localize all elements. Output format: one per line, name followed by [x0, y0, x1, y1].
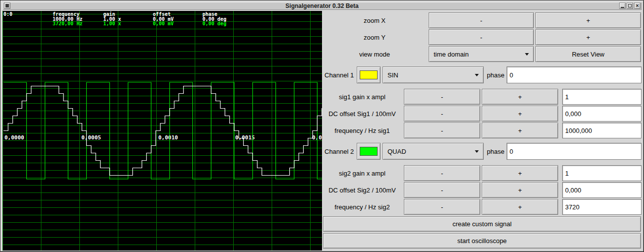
- svg-text:0,0000: 0,0000: [4, 134, 24, 141]
- sig2-gain-minus-button[interactable]: -: [404, 165, 480, 181]
- cursor-position: 0:0: [3, 12, 12, 17]
- zoom-x-label: zoom X: [322, 12, 427, 28]
- control-panel: zoom X - + zoom Y - + view mode time dom…: [322, 11, 643, 251]
- sig1-offset-label: DC offset Sig1 / 100mV: [322, 106, 402, 122]
- chevron-down-icon: [475, 74, 479, 76]
- sig2-offset-input[interactable]: [562, 182, 642, 198]
- svg-text:0,0015: 0,0015: [235, 134, 255, 141]
- zoom-y-minus-button[interactable]: -: [429, 29, 534, 45]
- start-oscilloscope-button[interactable]: start oscilloscope: [323, 233, 641, 249]
- zoom-y-plus-button[interactable]: +: [535, 29, 641, 45]
- app-window: Signalgenerator 0.32 Beta × 0,00000,0005…: [0, 0, 644, 252]
- zoom-y-label: zoom Y: [322, 29, 427, 45]
- view-mode-label: view mode: [322, 46, 427, 62]
- sig1-frequency-row: frequency / Hz sig1 - +: [322, 123, 643, 138]
- sig1-gain-plus-button[interactable]: +: [482, 89, 558, 105]
- sig2-frequency-plus-button[interactable]: +: [482, 199, 558, 215]
- sig1-frequency-input[interactable]: [562, 123, 642, 138]
- sig1-gain-minus-button[interactable]: -: [404, 89, 480, 105]
- maximize-icon: [628, 4, 632, 7]
- view-mode-row: view mode time domain Reset View: [322, 46, 643, 62]
- channel1-row: Channel 1 SIN phase: [322, 66, 643, 83]
- svg-text:0,0010: 0,0010: [158, 134, 178, 141]
- sig2-gain-row: sig2 gain x ampl - +: [322, 165, 643, 181]
- channel1-waveform-value: SIN: [387, 71, 398, 79]
- sig2-offset-minus-button[interactable]: -: [404, 182, 480, 198]
- zoom-x-minus-button[interactable]: -: [429, 12, 534, 28]
- sig1-offset-minus-button[interactable]: -: [404, 106, 480, 122]
- channel1-color-swatch[interactable]: [357, 66, 381, 83]
- zoom-y-row: zoom Y - +: [322, 29, 643, 45]
- sig1-offset-plus-button[interactable]: +: [482, 106, 558, 122]
- maximize-button[interactable]: [627, 2, 633, 9]
- sig1-offset-input[interactable]: [562, 106, 642, 122]
- channel2-waveform-value: QUAD: [387, 148, 406, 155]
- sig2-gain-label: sig2 gain x ampl: [322, 165, 402, 181]
- channel1-waveform-select[interactable]: SIN: [383, 66, 484, 83]
- sig1-gain-row: sig1 gain x ampl - +: [322, 89, 643, 105]
- sig2-offset-label: DC offset Sig2 / 100mV: [322, 182, 402, 198]
- sig2-frequency-row: frequency / Hz sig2 - +: [322, 199, 643, 215]
- sig2-offset-row: DC offset Sig2 / 100mV - +: [322, 182, 643, 198]
- close-button[interactable]: ×: [634, 2, 641, 9]
- create-custom-signal-row: create custom signal: [322, 216, 643, 232]
- oscilloscope-display[interactable]: 0,00000,00050,00100,00150,0020 0:0 frequ…: [2, 11, 322, 251]
- ch2-offset-value: 0,00 mV: [153, 21, 174, 26]
- sig1-frequency-plus-button[interactable]: +: [482, 123, 558, 138]
- sig2-offset-plus-button[interactable]: +: [482, 182, 558, 198]
- window-title: Signalgenerator 0.32 Beta: [2, 2, 642, 9]
- channel2-color-swatch[interactable]: [357, 143, 381, 160]
- close-icon: ×: [636, 3, 639, 8]
- ch2-gain-value: 1,00 x: [103, 21, 121, 26]
- titlebar[interactable]: Signalgenerator 0.32 Beta ×: [2, 2, 642, 10]
- view-mode-select[interactable]: time domain: [429, 46, 534, 62]
- reset-view-button[interactable]: Reset View: [535, 46, 641, 62]
- channel2-label: Channel 2: [324, 143, 356, 160]
- sig1-gain-input[interactable]: [562, 89, 642, 105]
- minimize-icon: [621, 7, 624, 8]
- channel1-phase-input[interactable]: [507, 66, 642, 83]
- sig1-offset-row: DC offset Sig1 / 100mV - +: [322, 106, 643, 122]
- ch2-frequency-value: 3720,00 Hz: [53, 21, 82, 26]
- chevron-down-icon: [525, 53, 529, 56]
- svg-text:0,0005: 0,0005: [81, 134, 101, 141]
- ch2-phase-value: 0,00 deg: [202, 21, 226, 26]
- zoom-x-plus-button[interactable]: +: [535, 12, 641, 28]
- channel2-waveform-select[interactable]: QUAD: [383, 143, 484, 160]
- sig2-gain-plus-button[interactable]: +: [482, 165, 558, 181]
- channel1-label: Channel 1: [324, 66, 356, 83]
- channel1-phase-label: phase: [486, 66, 506, 83]
- channel2-row: Channel 2 QUAD phase: [322, 143, 643, 160]
- sig1-frequency-label: frequency / Hz sig1: [322, 123, 402, 138]
- minimize-button[interactable]: [619, 2, 626, 9]
- start-oscilloscope-row: start oscilloscope: [322, 233, 643, 249]
- waveform-plot: 0,00000,00050,00100,00150,0020: [2, 11, 322, 251]
- view-mode-value: time domain: [434, 51, 469, 58]
- channel1-color: [360, 70, 378, 79]
- sig2-frequency-label: frequency / Hz sig2: [322, 199, 402, 215]
- channel2-color: [360, 147, 378, 156]
- channel2-phase-input[interactable]: [507, 143, 642, 160]
- channel2-phase-label: phase: [486, 143, 506, 160]
- sig2-frequency-minus-button[interactable]: -: [404, 199, 480, 215]
- sig1-frequency-minus-button[interactable]: -: [404, 123, 480, 138]
- sig1-gain-label: sig1 gain x ampl: [322, 89, 402, 105]
- sig2-frequency-input[interactable]: [562, 199, 642, 215]
- sig2-gain-input[interactable]: [562, 165, 642, 181]
- chevron-down-icon: [475, 150, 479, 153]
- create-custom-signal-button[interactable]: create custom signal: [323, 216, 641, 232]
- zoom-x-row: zoom X - +: [322, 12, 643, 28]
